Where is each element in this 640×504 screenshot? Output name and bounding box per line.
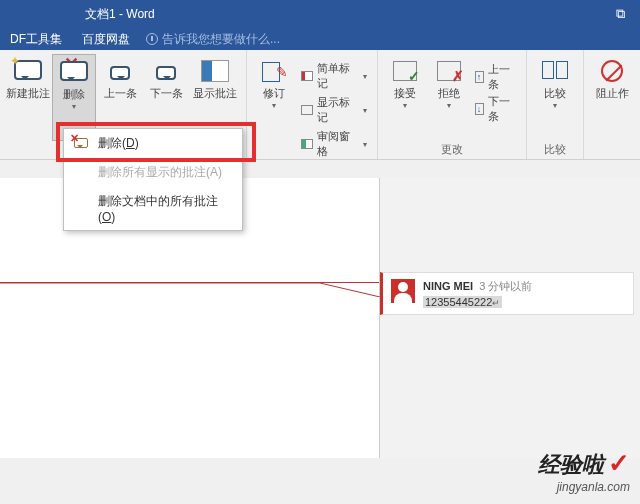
comment-connector <box>0 283 380 297</box>
markup-icon <box>301 71 313 81</box>
ribbon-tabs: DF工具集 百度网盘 告诉我您想要做什么... <box>0 28 640 50</box>
delete-comment-icon: ✕ <box>74 137 90 151</box>
accept-icon <box>393 61 417 81</box>
tell-me-text: 告诉我您想要做什么... <box>162 31 280 48</box>
restore-window-icon[interactable]: ⧉ <box>600 6 640 22</box>
markup-mode-select[interactable]: 简单标记▾ <box>297 60 370 92</box>
show-comments-icon <box>201 60 229 82</box>
chevron-down-icon: ▾ <box>363 106 367 115</box>
compare-button[interactable]: 比较 ▾ <box>533 54 577 138</box>
revise-button[interactable]: 修订 ▾ <box>253 54 295 160</box>
chevron-down-icon: ▾ <box>363 140 367 149</box>
chevron-down-icon: ▾ <box>447 101 451 110</box>
markup-icon <box>301 105 313 115</box>
reject-button[interactable]: 拒绝 ▾ <box>428 54 470 138</box>
menu-delete-all[interactable]: 删除文档中的所有批注(O) <box>64 187 242 230</box>
new-comment-button[interactable]: 新建批注 <box>6 54 50 141</box>
group-protect: 阻止作 <box>584 50 640 159</box>
title-bar: 文档1 - Word ⧉ <box>0 0 640 28</box>
check-icon: ✓ <box>608 448 630 478</box>
chevron-down-icon: ▾ <box>272 101 276 110</box>
lightbulb-icon <box>146 33 158 45</box>
edit-pen-icon <box>262 60 286 84</box>
chevron-down-icon: ▾ <box>553 101 557 110</box>
tell-me-hint[interactable]: 告诉我您想要做什么... <box>140 31 280 48</box>
comment-icon <box>60 61 88 81</box>
chevron-down-icon: ▾ <box>72 102 76 111</box>
comments-pane: NING MEI 3 分钟以前 12355445222↵ <box>380 178 640 458</box>
chevron-down-icon: ▾ <box>403 101 407 110</box>
pane-icon <box>301 139 313 149</box>
block-authors-button[interactable]: 阻止作 <box>590 54 634 159</box>
chevron-down-icon: ▾ <box>363 72 367 81</box>
comment-author: NING MEI <box>423 280 473 292</box>
page-down-icon <box>475 103 485 115</box>
comment-icon <box>110 66 130 80</box>
review-pane-button[interactable]: 审阅窗格▾ <box>297 128 370 160</box>
group-compare: 比较 ▾ 比较 <box>527 50 584 159</box>
comment-new-icon <box>14 60 42 80</box>
group-label-changes: 更改 <box>384 138 520 159</box>
compare-icon <box>542 61 568 81</box>
group-revision: 修订 ▾ 简单标记▾ 显示标记▾ 审阅窗格▾ 修订 <box>247 50 378 159</box>
page-up-icon <box>475 71 485 83</box>
doc-title: 文档1 - Word <box>85 6 155 23</box>
block-icon <box>601 60 623 82</box>
avatar-icon <box>391 279 415 303</box>
comment-text: 12355445222↵ <box>423 296 502 308</box>
prev-change-button[interactable]: 上一条 <box>475 62 520 92</box>
comment-time: 3 分钟以前 <box>479 279 532 294</box>
watermark: 经验啦 ✓ jingyanla.com <box>538 448 630 494</box>
next-change-button[interactable]: 下一条 <box>475 94 520 124</box>
tab-baidu-disk[interactable]: 百度网盘 <box>72 28 140 50</box>
group-label-compare: 比较 <box>533 138 577 159</box>
comment-card[interactable]: NING MEI 3 分钟以前 12355445222↵ <box>380 272 634 315</box>
tab-pdf-tools[interactable]: DF工具集 <box>0 28 72 50</box>
show-markup-button[interactable]: 显示标记▾ <box>297 94 370 126</box>
reject-icon <box>437 61 461 81</box>
delete-dropdown-menu: ✕ 删除(D) 删除所有显示的批注(A) 删除文档中的所有批注(O) <box>63 128 243 231</box>
menu-delete[interactable]: ✕ 删除(D) <box>64 129 242 158</box>
comment-icon <box>156 66 176 80</box>
accept-button[interactable]: 接受 ▾ <box>384 54 426 138</box>
menu-delete-shown: 删除所有显示的批注(A) <box>64 158 242 187</box>
group-changes: 接受 ▾ 拒绝 ▾ 上一条 下一条 更改 <box>378 50 527 159</box>
